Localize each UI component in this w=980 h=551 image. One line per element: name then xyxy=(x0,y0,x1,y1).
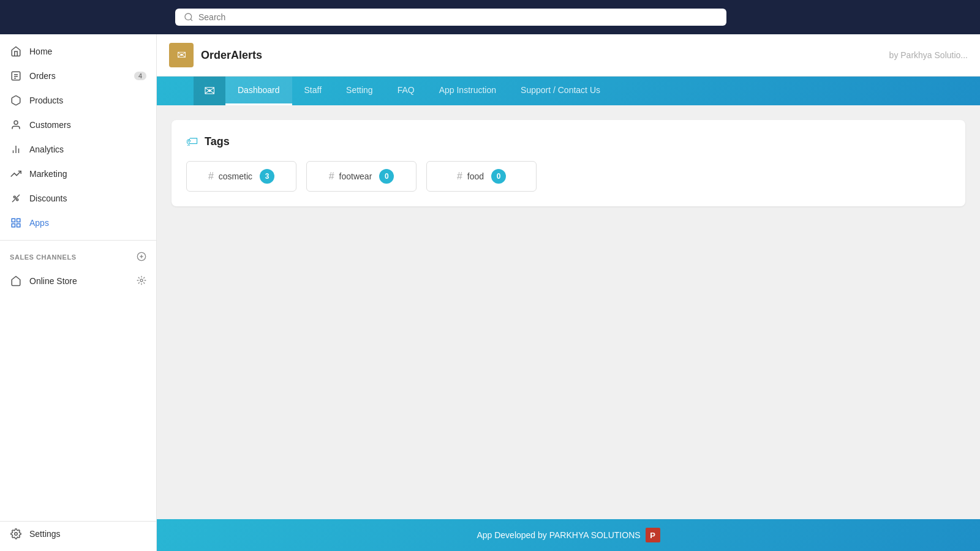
tag-cosmetic-label: cosmetic xyxy=(219,171,252,181)
analytics-icon xyxy=(10,143,22,156)
footer-text: App Developed by PARKHYA SOLUTIONS xyxy=(477,530,640,540)
store-settings-icon[interactable] xyxy=(137,276,146,287)
tag-food-label: food xyxy=(467,171,484,181)
tag-footwear[interactable]: # footwear 0 xyxy=(306,161,417,192)
sidebar-home-label: Home xyxy=(29,47,146,56)
svg-point-6 xyxy=(14,121,18,124)
sales-channels-header: SALES CHANNELS xyxy=(0,246,156,269)
tag-food[interactable]: # food 0 xyxy=(426,161,537,192)
search-icon xyxy=(184,12,194,22)
sidebar-divider xyxy=(0,240,156,241)
sales-channels-label: SALES CHANNELS xyxy=(10,253,77,261)
tab-setting[interactable]: Setting xyxy=(334,77,385,105)
svg-point-10 xyxy=(13,196,15,198)
app-title: OrderAlerts xyxy=(201,49,262,62)
sidebar-item-home[interactable]: Home xyxy=(0,39,156,64)
tag-footwear-label: footwear xyxy=(339,171,372,181)
tag-food-hash: # xyxy=(457,171,462,182)
tag-cosmetic-count: 3 xyxy=(260,169,274,184)
sidebar-item-products[interactable]: Products xyxy=(0,88,156,113)
tag-cosmetic[interactable]: # cosmetic 3 xyxy=(186,161,296,192)
sidebar-online-store-label: Online Store xyxy=(29,276,129,286)
svg-rect-14 xyxy=(17,219,20,222)
svg-point-21 xyxy=(15,533,18,536)
search-container[interactable] xyxy=(175,9,726,26)
tab-support[interactable]: Support / Contact Us xyxy=(508,77,612,105)
tab-dashboard[interactable]: Dashboard xyxy=(225,77,292,105)
svg-point-11 xyxy=(17,199,18,201)
sidebar-products-label: Products xyxy=(29,96,146,105)
svg-rect-15 xyxy=(17,224,20,227)
svg-line-12 xyxy=(12,195,20,202)
tag-footwear-hash: # xyxy=(329,171,334,182)
tab-faq[interactable]: FAQ xyxy=(385,77,427,105)
app-footer: App Developed by PARKHYA SOLUTIONS P xyxy=(157,519,980,551)
top-bar xyxy=(0,0,980,34)
tab-staff[interactable]: Staff xyxy=(292,77,334,105)
tag-food-count: 0 xyxy=(491,169,506,184)
customers-icon xyxy=(10,119,22,131)
discounts-icon xyxy=(10,192,22,204)
svg-rect-16 xyxy=(12,224,15,227)
tab-app-instruction[interactable]: App Instruction xyxy=(427,77,508,105)
nav-tab-icon: ✉ xyxy=(194,77,225,105)
home-icon xyxy=(10,45,22,58)
tags-list: # cosmetic 3 # footwear 0 # food 0 xyxy=(186,161,951,192)
sidebar-item-analytics[interactable]: Analytics xyxy=(0,137,156,162)
apps-icon xyxy=(10,217,22,229)
tag-footwear-count: 0 xyxy=(379,169,394,184)
sidebar-bottom: Settings xyxy=(0,521,156,546)
app-by: by Parkhya Solutio... xyxy=(889,50,968,60)
orders-badge: 4 xyxy=(134,72,146,80)
add-sales-channel-icon[interactable] xyxy=(137,252,146,263)
sidebar-analytics-label: Analytics xyxy=(29,144,146,154)
main-layout: Home Orders 4 Products xyxy=(0,34,980,551)
tag-label-icon: 🏷 xyxy=(186,135,198,149)
sidebar-marketing-label: Marketing xyxy=(29,169,146,179)
sidebar-item-marketing[interactable]: Marketing xyxy=(0,162,156,186)
orders-icon xyxy=(10,70,22,82)
footer-logo: P xyxy=(646,528,660,542)
sidebar-customers-label: Customers xyxy=(29,120,146,130)
sidebar-item-customers[interactable]: Customers xyxy=(0,113,156,137)
store-icon xyxy=(10,275,22,287)
svg-point-20 xyxy=(140,279,143,282)
sidebar-apps-label: Apps xyxy=(29,218,146,228)
page-content: 🏷 Tags # cosmetic 3 # footwear 0 xyxy=(157,105,980,519)
tags-header: 🏷 Tags xyxy=(186,135,951,149)
content-area: ✉ OrderAlerts by Parkhya Solutio... ✉ Da… xyxy=(157,34,980,551)
sidebar-item-orders[interactable]: Orders 4 xyxy=(0,64,156,88)
app-logo: ✉ xyxy=(169,43,194,67)
search-input[interactable] xyxy=(198,12,718,22)
svg-line-1 xyxy=(190,19,192,21)
settings-icon xyxy=(10,528,22,540)
sidebar-item-settings[interactable]: Settings xyxy=(0,522,156,546)
sidebar-item-online-store[interactable]: Online Store xyxy=(0,269,156,293)
products-icon xyxy=(10,94,22,107)
app-header-left: ✉ OrderAlerts xyxy=(169,43,262,67)
tag-cosmetic-hash: # xyxy=(208,171,214,182)
marketing-icon xyxy=(10,168,22,180)
app-header: ✉ OrderAlerts by Parkhya Solutio... xyxy=(157,34,980,77)
tags-card: 🏷 Tags # cosmetic 3 # footwear 0 xyxy=(172,120,965,206)
sidebar-item-apps[interactable]: Apps xyxy=(0,211,156,235)
sidebar-item-discounts[interactable]: Discounts xyxy=(0,186,156,211)
tags-title: Tags xyxy=(205,135,230,148)
sidebar-discounts-label: Discounts xyxy=(29,193,146,203)
sidebar-settings-label: Settings xyxy=(29,529,146,539)
svg-point-0 xyxy=(185,13,192,20)
sidebar-orders-label: Orders xyxy=(29,71,127,81)
nav-tabs: ✉ Dashboard Staff Setting FAQ App Instru… xyxy=(157,77,980,105)
svg-rect-13 xyxy=(12,219,15,222)
sidebar: Home Orders 4 Products xyxy=(0,34,157,551)
